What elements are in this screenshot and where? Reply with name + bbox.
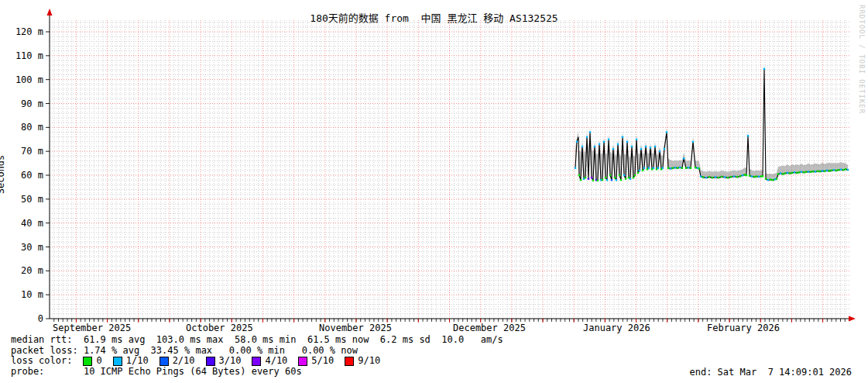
y-tick-label: 100 m [3, 75, 43, 85]
x-tick-label: January 2026 [583, 323, 650, 333]
loss-color-value: 1/10 [126, 356, 149, 366]
loss-color-swatch [252, 357, 261, 366]
y-tick-label: 50 m [3, 195, 43, 204]
smokeping-graph: 180天前的数据 from 中国 黑龙江 移动 AS132525 RRDTOOL… [0, 0, 868, 383]
y-tick-label: 0 [3, 314, 43, 323]
y-tick-label: 90 m [3, 99, 43, 109]
loss-color-legend: loss color: 01/102/103/104/105/109/10 [11, 356, 380, 366]
end-time: end: Sat Mar 7 14:09:01 2026 [689, 367, 852, 378]
loss-color-swatch [206, 357, 215, 366]
loss-color-value: 5/10 [311, 356, 334, 366]
y-tick-label: 120 m [3, 27, 43, 36]
y-tick-label: 20 m [3, 266, 43, 275]
y-tick-label: 30 m [3, 243, 43, 252]
y-tick-label: 10 m [3, 290, 43, 299]
x-tick-label: February 2026 [707, 323, 780, 333]
x-tick-label: December 2025 [453, 323, 526, 333]
x-tick-label: November 2025 [319, 323, 392, 333]
loss-color-value: 2/10 [173, 356, 195, 366]
loss-color-value: 0 [96, 356, 101, 366]
loss-color-swatch [83, 357, 92, 366]
loss-color-value: 9/10 [358, 356, 380, 366]
loss-color-swatch [113, 357, 122, 366]
probe-line: probe: 10 ICMP Echo Pings (64 Bytes) eve… [11, 367, 302, 377]
x-tick-label: September 2025 [53, 323, 131, 333]
loss-color-value: 3/10 [219, 356, 242, 366]
y-tick-label: 60 m [3, 171, 43, 180]
y-tick-label: 70 m [3, 147, 43, 156]
loss-color-swatch [345, 357, 354, 366]
loss-color-value: 4/10 [265, 356, 287, 366]
y-tick-label: 110 m [3, 51, 43, 60]
loss-color-swatch [160, 357, 169, 366]
chart-canvas [0, 0, 868, 333]
loss-color-label: loss color: [11, 356, 72, 366]
y-tick-label: 40 m [3, 219, 43, 228]
x-tick-label: October 2025 [186, 323, 253, 333]
median-rtt-line: median rtt: 61.9 ms avg 103.0 ms max 58.… [11, 335, 503, 345]
y-tick-label: 80 m [3, 122, 43, 132]
loss-color-swatch [298, 357, 307, 366]
